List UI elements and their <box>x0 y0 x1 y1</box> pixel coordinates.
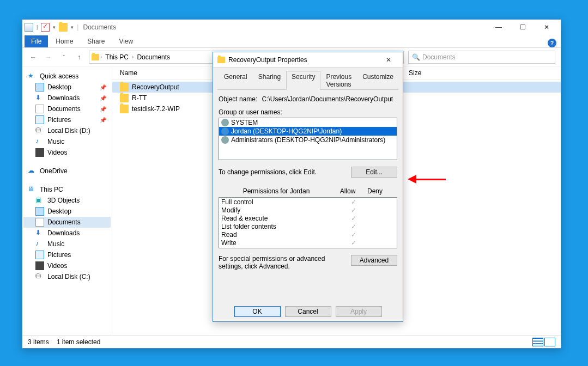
nav-local-c[interactable]: ⛁Local Disk (C:) <box>23 271 111 282</box>
users-listbox[interactable]: SYSTEM Jordan (DESKTOP-HQG2NIP\Jordan) A… <box>219 118 397 160</box>
star-icon: ★ <box>28 72 37 81</box>
tab-file[interactable]: File <box>25 35 48 47</box>
nav-documents[interactable]: Documents📌 <box>23 103 111 114</box>
music-icon: ♪ <box>35 240 44 248</box>
forward-button[interactable]: → <box>43 52 54 63</box>
maximize-button[interactable]: ☐ <box>511 21 535 34</box>
disk-icon: ⛁ <box>35 272 44 281</box>
perm-row: Read✓ <box>219 230 397 239</box>
pictures-icon <box>35 251 44 259</box>
nav-music2[interactable]: ♪Music <box>23 239 111 249</box>
nav-local-d[interactable]: ⛁Local Disk (D:) <box>23 125 111 136</box>
dialog-title: RecoveryOutput Properties <box>228 56 307 64</box>
properties-titlebar[interactable]: RecoveryOutput Properties ✕ <box>213 52 403 68</box>
details-view-button[interactable] <box>532 338 543 346</box>
col-size[interactable]: Size <box>409 69 421 77</box>
close-button[interactable]: ✕ <box>535 21 559 34</box>
video-icon <box>35 148 44 157</box>
user-icon <box>221 127 229 135</box>
nav-pictures2[interactable]: Pictures <box>23 249 111 260</box>
deny-header: Deny <box>361 187 389 195</box>
crumb-documents[interactable]: Documents <box>135 53 172 61</box>
help-icon[interactable]: ? <box>548 39 556 47</box>
tab-view[interactable]: View <box>112 35 140 47</box>
permissions-listbox[interactable]: Full control✓ Modify✓ Read & execute✓ Li… <box>219 197 397 248</box>
crumb-thispc[interactable]: This PC <box>103 53 131 61</box>
apply-button[interactable]: Apply <box>336 306 382 317</box>
video-icon <box>35 261 44 270</box>
document-icon <box>35 105 44 113</box>
nav-videos[interactable]: Videos <box>23 147 111 158</box>
minimize-button[interactable]: — <box>487 21 511 34</box>
nav-music[interactable]: ♪Music <box>23 136 111 147</box>
up-button[interactable]: ↑ <box>74 52 84 63</box>
perm-row: Read & execute✓ <box>219 214 397 222</box>
nav-downloads[interactable]: ⬇Downloads📌 <box>23 93 111 103</box>
user-row-system[interactable]: SYSTEM <box>219 118 397 127</box>
edit-button[interactable]: Edit... <box>351 167 397 178</box>
tab-previous-versions[interactable]: Previous Versions <box>320 71 357 90</box>
navigation-pane[interactable]: ★Quick access Desktop📌 ⬇Downloads📌 Docum… <box>22 66 112 335</box>
object-path: C:\Users\Jordan\Documents\RecoveryOutput <box>262 95 393 103</box>
ok-button[interactable]: OK <box>234 306 281 317</box>
cancel-button[interactable]: Cancel <box>285 306 331 317</box>
properties-dialog: RecoveryOutput Properties ✕ General Shar… <box>213 52 403 322</box>
perm-row: Write✓ <box>219 239 397 247</box>
checkbox-icon[interactable]: ✓ <box>41 23 50 32</box>
folder-icon <box>217 57 225 63</box>
back-button[interactable]: ← <box>28 52 39 63</box>
nav-videos2[interactable]: Videos <box>23 260 111 271</box>
check-icon: ✓ <box>340 231 367 239</box>
search-input[interactable]: 🔍 Documents <box>408 51 555 64</box>
user-row-jordan[interactable]: Jordan (DESKTOP-HQG2NIP\Jordan) <box>219 127 397 136</box>
disk-icon: ⛁ <box>35 126 44 135</box>
check-icon: ✓ <box>340 206 367 214</box>
explorer-titlebar[interactable]: | ✓ ▾ ▾ | Documents — ☐ ✕ <box>22 20 561 35</box>
qat-sep: | <box>37 25 38 30</box>
qat-dropdown-icon[interactable]: ▾ <box>53 25 56 30</box>
qat-dropdown2-icon[interactable]: ▾ <box>71 25 74 30</box>
status-bar: 3 items 1 item selected <box>22 335 561 348</box>
properties-icon[interactable] <box>25 23 33 32</box>
selection-count: 1 item selected <box>57 338 101 346</box>
desktop-icon <box>35 83 44 91</box>
tab-home[interactable]: Home <box>49 35 80 47</box>
user-row-administrators[interactable]: Administrators (DESKTOP-HQG2NIP\Administ… <box>219 136 397 144</box>
allow-header: Allow <box>334 187 361 195</box>
download-icon: ⬇ <box>35 94 44 102</box>
check-icon: ✓ <box>340 198 367 206</box>
nav-thispc[interactable]: 🖥This PC <box>23 184 111 195</box>
nav-desktop[interactable]: Desktop📌 <box>23 82 111 93</box>
tab-sharing[interactable]: Sharing <box>253 71 286 90</box>
close-button[interactable]: ✕ <box>377 53 401 66</box>
groups-label: Group or user names: <box>219 108 397 116</box>
quick-access[interactable]: ★Quick access <box>23 71 111 82</box>
perm-row: Modify✓ <box>219 206 397 214</box>
recent-dropdown-icon[interactable]: ˅ <box>58 52 69 63</box>
nav-downloads2[interactable]: ⬇Downloads <box>23 228 111 239</box>
folder-icon <box>59 23 68 32</box>
icons-view-button[interactable] <box>544 338 555 346</box>
pin-icon: 📌 <box>100 117 106 123</box>
nav-pictures[interactable]: Pictures📌 <box>23 114 111 125</box>
perm-row: List folder contents✓ <box>219 222 397 230</box>
folder-icon <box>120 94 129 102</box>
tab-general[interactable]: General <box>219 71 253 90</box>
pin-icon: 📌 <box>100 84 106 90</box>
search-icon: 🔍 <box>412 53 420 61</box>
cloud-icon: ☁ <box>28 167 37 175</box>
tab-security[interactable]: Security <box>286 71 320 90</box>
pictures-icon <box>35 115 44 124</box>
nav-desktop2[interactable]: Desktop <box>23 206 111 217</box>
advanced-button[interactable]: Advanced <box>351 255 397 266</box>
nav-3dobjects[interactable]: ▣3D Objects <box>23 195 111 206</box>
desktop-icon <box>35 207 44 216</box>
tab-customize[interactable]: Customize <box>357 71 399 90</box>
object-name-label: Object name: <box>219 95 257 103</box>
folder-icon <box>120 83 129 91</box>
nav-onedrive[interactable]: ☁OneDrive <box>23 166 111 176</box>
monitor-icon: 🖥 <box>28 185 37 194</box>
nav-documents2[interactable]: Documents <box>23 217 111 228</box>
permissions-for-label: Permissions for Jordan <box>219 187 334 195</box>
tab-share[interactable]: Share <box>81 35 111 47</box>
